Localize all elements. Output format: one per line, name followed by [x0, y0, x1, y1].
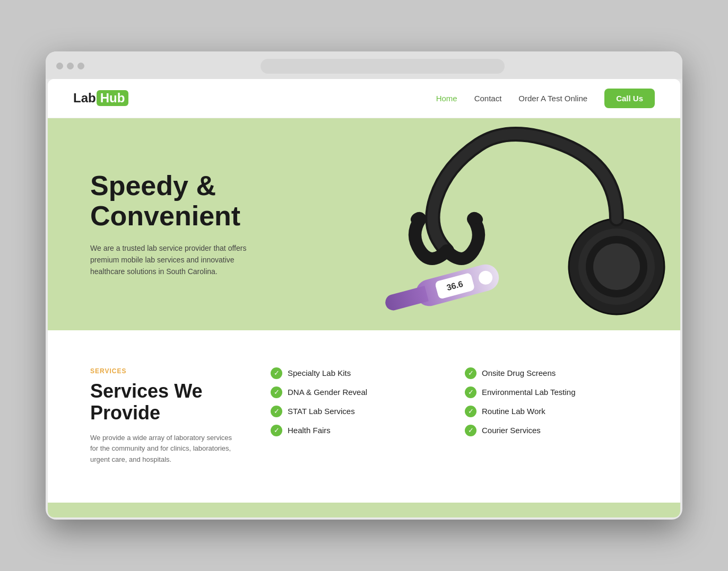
service-item-stat: ✓ STAT Lab Services	[271, 406, 444, 417]
service-label-courier: Courier Services	[482, 426, 541, 435]
nav-home[interactable]: Home	[436, 94, 457, 103]
service-label-routine: Routine Lab Work	[482, 407, 545, 416]
service-item-specialty: ✓ Specialty Lab Kits	[271, 367, 444, 379]
service-item-routine: ✓ Routine Lab Work	[465, 406, 638, 417]
nav-order[interactable]: Order A Test Online	[518, 94, 587, 103]
navbar: Lab Hub Home Contact Order A Test Online…	[48, 79, 680, 118]
address-bar[interactable]	[261, 59, 505, 74]
service-item-env: ✓ Environmental Lab Testing	[465, 386, 638, 398]
check-icon-5: ✓	[465, 367, 476, 379]
dot-yellow	[67, 63, 74, 69]
services-col-right: ✓ Onsite Drug Screens ✓ Environmental La…	[465, 367, 638, 436]
service-item-courier: ✓ Courier Services	[465, 425, 638, 436]
service-label-stat: STAT Lab Services	[288, 407, 355, 416]
dot-green	[77, 63, 84, 69]
nav-contact[interactable]: Contact	[474, 94, 502, 103]
services-title: Services We Provide	[90, 380, 239, 424]
service-label-env: Environmental Lab Testing	[482, 388, 576, 397]
service-label-dna: DNA & Gender Reveal	[288, 388, 367, 397]
hero-title: Speedy & Convenient	[90, 171, 260, 231]
footer-bar	[48, 503, 680, 517]
service-item-dna: ✓ DNA & Gender Reveal	[271, 386, 444, 398]
hero-image: 36.6	[269, 118, 680, 330]
hero-section: Speedy & Convenient We are a trusted lab…	[48, 118, 680, 330]
services-left: SERVICES Services We Provide We provide …	[90, 367, 239, 465]
svg-point-3	[593, 243, 640, 290]
service-label-specialty: Specialty Lab Kits	[288, 368, 351, 377]
services-grid: ✓ Specialty Lab Kits ✓ DNA & Gender Reve…	[271, 367, 638, 436]
thermometer-button	[477, 269, 494, 286]
browser-chrome	[46, 51, 682, 79]
call-us-button[interactable]: Call Us	[604, 89, 655, 108]
check-icon-4: ✓	[271, 425, 282, 436]
services-col-left: ✓ Specialty Lab Kits ✓ DNA & Gender Reve…	[271, 367, 444, 436]
dot-red	[56, 63, 63, 69]
check-icon-8: ✓	[465, 425, 476, 436]
check-icon-2: ✓	[271, 386, 282, 398]
thermometer-display: 36.6	[435, 273, 475, 300]
services-section: SERVICES Services We Provide We provide …	[48, 330, 680, 503]
browser-frame: Lab Hub Home Contact Order A Test Online…	[46, 51, 682, 520]
service-item-health: ✓ Health Fairs	[271, 425, 444, 436]
logo: Lab Hub	[73, 90, 128, 106]
nav-links: Home Contact Order A Test Online Call Us	[436, 89, 655, 108]
service-item-drug: ✓ Onsite Drug Screens	[465, 367, 638, 379]
browser-dots	[56, 63, 84, 69]
services-label: SERVICES	[90, 367, 239, 375]
service-label-health: Health Fairs	[288, 426, 331, 435]
hero-content: Speedy & Convenient We are a trusted lab…	[90, 171, 260, 278]
service-label-drug: Onsite Drug Screens	[482, 368, 556, 377]
services-inner: SERVICES Services We Provide We provide …	[90, 367, 638, 465]
logo-hub: Hub	[97, 90, 129, 106]
check-icon-6: ✓	[465, 386, 476, 398]
logo-lab: Lab	[73, 91, 96, 106]
hero-description: We are a trusted lab service provider th…	[90, 242, 260, 278]
browser-content: Lab Hub Home Contact Order A Test Online…	[48, 79, 680, 517]
services-description: We provide a wide array of laboratory se…	[90, 433, 239, 465]
check-icon-3: ✓	[271, 406, 282, 417]
check-icon-1: ✓	[271, 367, 282, 379]
check-icon-7: ✓	[465, 406, 476, 417]
